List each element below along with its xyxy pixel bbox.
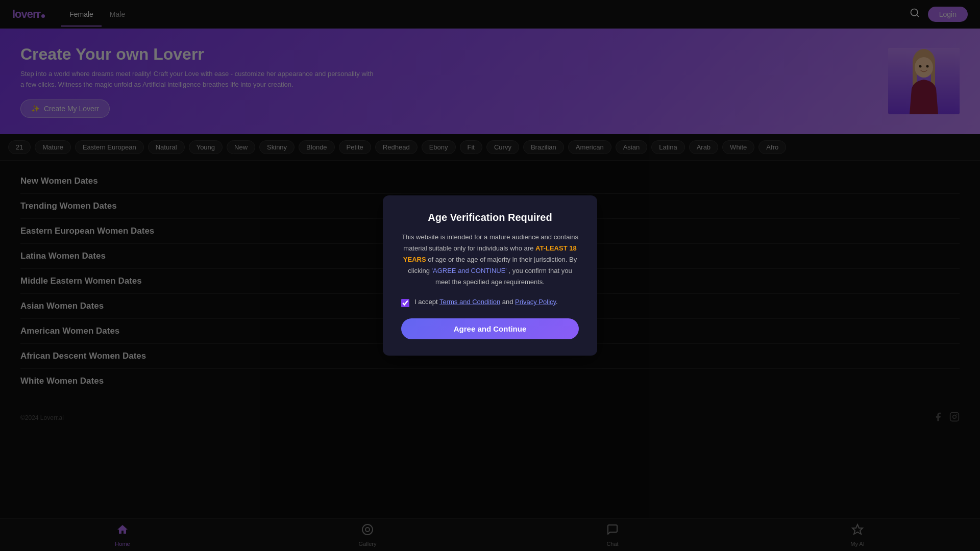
modal-accept-text: I accept Terms and Condition and Privacy…: [414, 298, 558, 306]
age-verification-modal: Age Verification Required This website i…: [383, 195, 597, 356]
privacy-link[interactable]: Privacy Policy: [515, 298, 556, 306]
agree-continue-button[interactable]: Agree and Continue: [401, 318, 579, 339]
modal-body: This website is intended for a mature au…: [401, 232, 579, 288]
modal-body-link: 'AGREE and CONTINUE': [432, 267, 507, 274]
modal-accept-row: I accept Terms and Condition and Privacy…: [401, 298, 579, 307]
terms-link[interactable]: Terms and Condition: [439, 298, 500, 306]
terms-checkbox[interactable]: [401, 299, 409, 307]
modal-title: Age Verification Required: [401, 212, 579, 223]
modal-overlay: Age Verification Required This website i…: [0, 0, 980, 551]
